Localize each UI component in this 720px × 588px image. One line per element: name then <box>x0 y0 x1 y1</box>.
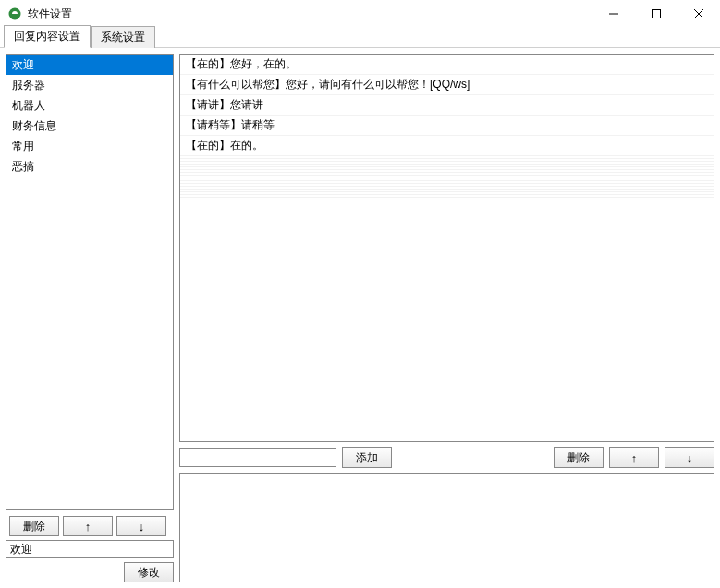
category-delete-button[interactable]: 删除 <box>9 516 59 536</box>
list-item[interactable]: 【请稍等】请稍等 <box>180 116 714 136</box>
category-modify-row: 修改 <box>6 562 174 582</box>
reply-panel: 【在的】您好，在的。 【有什么可以帮您】您好，请问有什么可以帮您！[QQ/ws]… <box>179 54 714 582</box>
category-panel: 欢迎 服务器 机器人 财务信息 常用 恶搞 删除 ↑ ↓ 修改 <box>6 54 174 582</box>
category-list[interactable]: 欢迎 服务器 机器人 财务信息 常用 恶搞 <box>6 54 174 510</box>
list-item[interactable]: 恶搞 <box>6 156 173 177</box>
reply-button-row: 添加 删除 ↑ ↓ <box>179 447 714 468</box>
reply-add-input[interactable] <box>179 448 336 467</box>
content-area: 欢迎 服务器 机器人 财务信息 常用 恶搞 删除 ↑ ↓ 修改 【在的】您好，在… <box>0 48 720 588</box>
list-item[interactable]: 服务器 <box>6 75 173 95</box>
minimize-button[interactable] <box>592 0 635 28</box>
list-item[interactable]: 【在的】您好，在的。 <box>180 55 714 75</box>
list-item[interactable]: 欢迎 <box>6 55 173 75</box>
category-modify-button[interactable]: 修改 <box>124 562 174 582</box>
app-icon <box>7 6 22 21</box>
reply-move-up-button[interactable]: ↑ <box>609 447 659 468</box>
reply-list[interactable]: 【在的】您好，在的。 【有什么可以帮您】您好，请问有什么可以帮您！[QQ/ws]… <box>179 54 714 442</box>
reply-delete-button[interactable]: 删除 <box>554 447 604 468</box>
reply-move-down-button[interactable]: ↓ <box>665 447 714 468</box>
app-window: 软件设置 回复内容设置 系统设置 欢迎 服务器 机器人 财务信息 常用 恶搞 <box>0 0 720 588</box>
close-button[interactable] <box>677 0 720 28</box>
list-item[interactable]: 【在的】在的。 <box>180 136 714 156</box>
titlebar: 软件设置 <box>0 0 720 28</box>
category-button-row: 删除 ↑ ↓ <box>6 516 174 536</box>
list-item[interactable]: 机器人 <box>6 95 173 116</box>
list-item[interactable] <box>180 195 714 198</box>
window-buttons <box>592 0 720 28</box>
category-move-down-button[interactable]: ↓ <box>116 516 166 536</box>
tab-system-settings[interactable]: 系统设置 <box>91 26 155 48</box>
list-item[interactable]: 【有什么可以帮您】您好，请问有什么可以帮您！[QQ/ws] <box>180 75 714 95</box>
category-name-input[interactable] <box>6 540 174 558</box>
tab-strip: 回复内容设置 系统设置 <box>0 28 720 48</box>
reply-add-button[interactable]: 添加 <box>342 447 392 468</box>
tab-reply-content[interactable]: 回复内容设置 <box>4 25 91 48</box>
window-title: 软件设置 <box>28 6 592 22</box>
maximize-button[interactable] <box>635 0 677 28</box>
list-item[interactable]: 财务信息 <box>6 116 173 136</box>
category-move-up-button[interactable]: ↑ <box>63 516 113 536</box>
list-item[interactable]: 【请讲】您请讲 <box>180 95 714 116</box>
list-item[interactable]: 常用 <box>6 136 173 156</box>
reply-edit-textarea[interactable] <box>179 473 714 582</box>
svg-rect-2 <box>653 10 661 18</box>
